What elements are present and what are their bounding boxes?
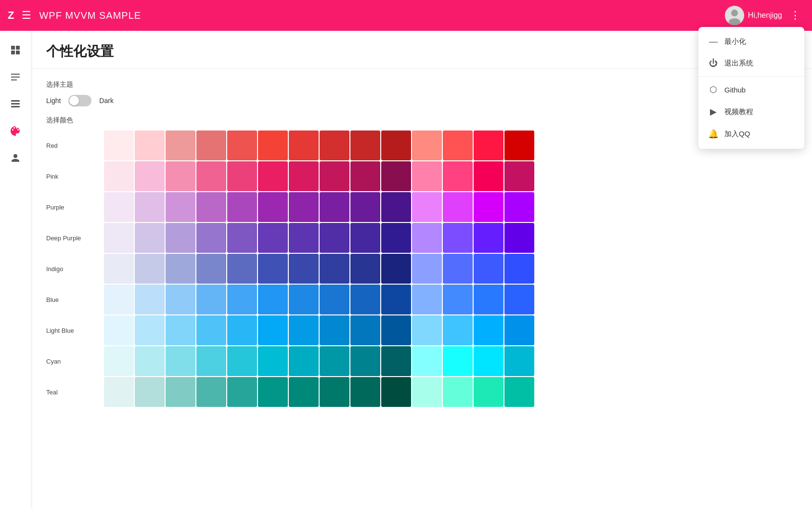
color-swatch[interactable] xyxy=(474,346,503,376)
color-swatch[interactable] xyxy=(412,161,442,191)
color-swatch[interactable] xyxy=(474,254,503,284)
color-swatch[interactable] xyxy=(320,346,349,376)
color-swatch[interactable] xyxy=(320,131,349,160)
sidebar-item-theme[interactable] xyxy=(4,119,27,143)
color-swatch[interactable] xyxy=(135,161,165,191)
color-swatch[interactable] xyxy=(289,192,319,222)
color-swatch[interactable] xyxy=(258,285,288,314)
color-swatch[interactable] xyxy=(196,161,226,191)
color-swatch[interactable] xyxy=(412,315,442,345)
color-swatch[interactable] xyxy=(135,285,165,314)
color-swatch[interactable] xyxy=(320,285,349,314)
sidebar-item-item2[interactable] xyxy=(4,65,27,89)
color-swatch[interactable] xyxy=(135,131,165,160)
color-swatch[interactable] xyxy=(227,285,257,314)
color-swatch[interactable] xyxy=(350,315,380,345)
color-swatch[interactable] xyxy=(258,254,288,284)
color-swatch[interactable] xyxy=(443,377,473,407)
color-swatch[interactable] xyxy=(412,254,442,284)
color-swatch[interactable] xyxy=(350,161,380,191)
color-swatch[interactable] xyxy=(166,346,195,376)
color-swatch[interactable] xyxy=(166,285,195,314)
color-swatch[interactable] xyxy=(135,192,165,222)
color-swatch[interactable] xyxy=(412,346,442,376)
color-swatch[interactable] xyxy=(135,315,165,345)
color-swatch[interactable] xyxy=(258,377,288,407)
color-swatch[interactable] xyxy=(350,223,380,253)
color-swatch[interactable] xyxy=(135,254,165,284)
color-swatch[interactable] xyxy=(350,285,380,314)
color-swatch[interactable] xyxy=(474,161,503,191)
color-swatch[interactable] xyxy=(258,192,288,222)
color-swatch[interactable] xyxy=(381,161,411,191)
color-swatch[interactable] xyxy=(135,377,165,407)
dropdown-item-logout[interactable]: ⏻退出系统 xyxy=(698,52,804,74)
color-swatch[interactable] xyxy=(381,377,411,407)
color-swatch[interactable] xyxy=(412,192,442,222)
color-swatch[interactable] xyxy=(104,161,134,191)
color-swatch[interactable] xyxy=(412,377,442,407)
color-swatch[interactable] xyxy=(320,377,349,407)
color-swatch[interactable] xyxy=(443,192,473,222)
color-swatch[interactable] xyxy=(227,346,257,376)
color-swatch[interactable] xyxy=(381,223,411,253)
color-swatch[interactable] xyxy=(381,131,411,160)
color-swatch[interactable] xyxy=(258,223,288,253)
color-swatch[interactable] xyxy=(289,131,319,160)
color-swatch[interactable] xyxy=(258,161,288,191)
color-swatch[interactable] xyxy=(258,131,288,160)
color-swatch[interactable] xyxy=(504,131,534,160)
color-swatch[interactable] xyxy=(289,161,319,191)
color-swatch[interactable] xyxy=(166,161,195,191)
color-swatch[interactable] xyxy=(504,315,534,345)
color-swatch[interactable] xyxy=(474,131,503,160)
color-swatch[interactable] xyxy=(443,161,473,191)
color-swatch[interactable] xyxy=(474,285,503,314)
color-swatch[interactable] xyxy=(320,315,349,345)
color-swatch[interactable] xyxy=(196,254,226,284)
color-swatch[interactable] xyxy=(104,192,134,222)
color-swatch[interactable] xyxy=(504,192,534,222)
color-swatch[interactable] xyxy=(135,346,165,376)
sidebar-item-profile[interactable] xyxy=(4,146,27,170)
color-swatch[interactable] xyxy=(350,131,380,160)
color-swatch[interactable] xyxy=(196,346,226,376)
color-swatch[interactable] xyxy=(135,223,165,253)
color-swatch[interactable] xyxy=(104,315,134,345)
color-swatch[interactable] xyxy=(381,192,411,222)
color-swatch[interactable] xyxy=(504,377,534,407)
color-swatch[interactable] xyxy=(289,223,319,253)
color-swatch[interactable] xyxy=(166,315,195,345)
color-swatch[interactable] xyxy=(289,346,319,376)
more-button[interactable]: ⋮ xyxy=(786,7,804,24)
color-swatch[interactable] xyxy=(474,223,503,253)
color-swatch[interactable] xyxy=(166,131,195,160)
color-swatch[interactable] xyxy=(289,377,319,407)
dropdown-item-video[interactable]: ▶视频教程 xyxy=(698,101,804,123)
color-swatch[interactable] xyxy=(289,315,319,345)
color-swatch[interactable] xyxy=(350,377,380,407)
color-swatch[interactable] xyxy=(227,131,257,160)
color-swatch[interactable] xyxy=(104,131,134,160)
color-swatch[interactable] xyxy=(412,131,442,160)
color-swatch[interactable] xyxy=(166,192,195,222)
color-swatch[interactable] xyxy=(227,223,257,253)
color-swatch[interactable] xyxy=(504,254,534,284)
color-swatch[interactable] xyxy=(227,377,257,407)
color-swatch[interactable] xyxy=(196,131,226,160)
color-swatch[interactable] xyxy=(320,223,349,253)
color-swatch[interactable] xyxy=(196,285,226,314)
color-swatch[interactable] xyxy=(166,223,195,253)
sidebar-item-item3[interactable] xyxy=(4,92,27,116)
color-swatch[interactable] xyxy=(196,192,226,222)
color-swatch[interactable] xyxy=(196,377,226,407)
color-swatch[interactable] xyxy=(104,285,134,314)
color-swatch[interactable] xyxy=(443,223,473,253)
color-swatch[interactable] xyxy=(104,377,134,407)
color-swatch[interactable] xyxy=(196,223,226,253)
color-swatch[interactable] xyxy=(350,254,380,284)
color-swatch[interactable] xyxy=(104,223,134,253)
color-swatch[interactable] xyxy=(381,285,411,314)
color-swatch[interactable] xyxy=(381,315,411,345)
color-swatch[interactable] xyxy=(166,377,195,407)
